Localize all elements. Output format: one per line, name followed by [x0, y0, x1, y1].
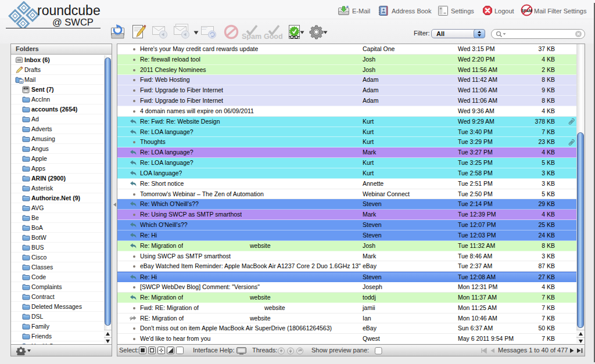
svg-text:Good: Good [264, 33, 283, 40]
svg-text:@ SWCP: @ SWCP [52, 17, 94, 27]
svg-text:roundcube: roundcube [37, 3, 101, 18]
svg-text:Spam: Spam [242, 33, 261, 40]
